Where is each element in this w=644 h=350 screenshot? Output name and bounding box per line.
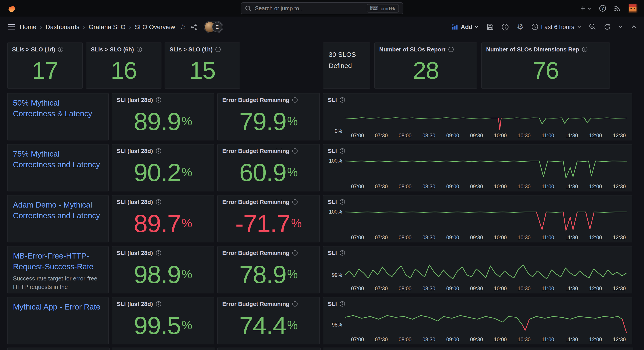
svg-text:12:30: 12:30 (613, 132, 626, 138)
menu-toggle-button[interactable] (7, 24, 15, 30)
svg-text:11:30: 11:30 (566, 234, 578, 240)
next-row-panel-partial (7, 348, 110, 350)
breadcrumb-separator: › (80, 23, 88, 30)
keyboard-icon: ⌨ (370, 5, 378, 12)
dashboard-insights-button[interactable] (502, 23, 509, 31)
slo-link[interactable]: 50% Mythical Correctness & Latency (8, 94, 108, 119)
stat-panel-slis-slo-1d: SLIs > SLO (1d) 17 (7, 42, 83, 88)
breadcrumb-dashboards[interactable]: Dashboards (46, 23, 80, 30)
stat-panel-slis-slo-6h: SLIs > SLO (6h) 16 (86, 42, 162, 88)
slo-description: Success rate target for error-free HTTP … (8, 272, 108, 292)
refresh-button[interactable] (604, 23, 611, 30)
svg-text:10:30: 10:30 (518, 132, 531, 138)
stat-panel-slos-report: Number of SLOs Report 28 (374, 42, 477, 88)
svg-text:11:00: 11:00 (542, 336, 554, 342)
svg-text:08:00: 08:00 (399, 184, 412, 190)
svg-text:10:00: 10:00 (494, 184, 507, 190)
svg-text:09:30: 09:30 (470, 132, 483, 138)
slo-name-panel: Mythical App - Error Rate (7, 297, 109, 344)
breadcrumb-separator: › (36, 23, 46, 30)
search-icon (245, 5, 251, 12)
time-range-picker[interactable]: Last 6 hours (531, 23, 582, 30)
share-button[interactable] (190, 23, 198, 30)
help-button[interactable]: ? (599, 4, 606, 12)
panel-title: SLI (328, 96, 337, 103)
news-rss-button[interactable] (614, 5, 621, 12)
svg-text:12:30: 12:30 (613, 336, 626, 342)
shortcut-badge: ⌨ cmd+k (366, 4, 399, 12)
zoom-out-time-button[interactable] (589, 23, 596, 30)
svg-text:09:00: 09:00 (446, 286, 459, 292)
svg-text:09:30: 09:30 (470, 234, 483, 240)
sli-timeseries[interactable]: 100%07:0007:3008:0008:3009:0009:3010:001… (325, 207, 630, 241)
svg-text:11:30: 11:30 (566, 336, 578, 342)
svg-text:07:30: 07:30 (375, 286, 388, 292)
toolbar-right-cluster: Add ⚙ (451, 23, 637, 31)
svg-text:12:00: 12:00 (589, 234, 602, 240)
error-budget-panel: Error Budget Remaining 78.9% (217, 246, 320, 294)
svg-text:08:00: 08:00 (399, 234, 412, 240)
sli-timeseries[interactable]: 98%07:0007:3008:0008:3009:0009:3010:0010… (325, 309, 630, 343)
info-icon[interactable] (340, 97, 345, 103)
refresh-interval-dropdown[interactable] (618, 24, 623, 29)
grafana-logo[interactable] (6, 3, 16, 14)
breadcrumb-grafana-slo[interactable]: Grafana SLO (88, 23, 126, 30)
slo-name-panel: 50% Mythical Correctness & Latency (7, 93, 109, 140)
breadcrumb-home[interactable]: Home (20, 23, 36, 30)
save-dashboard-button[interactable] (487, 23, 494, 30)
collapse-toolbar-button[interactable] (630, 24, 637, 30)
budget-value: -71.7% (218, 196, 319, 242)
sli-value: 90.2% (112, 144, 214, 191)
svg-text:?: ? (602, 6, 604, 10)
svg-text:12:30: 12:30 (613, 286, 626, 292)
search-input[interactable]: Search or jump to... ⌨ cmd+k (240, 2, 404, 14)
add-panel-button[interactable]: Add (451, 23, 479, 30)
svg-text:07:00: 07:00 (351, 132, 364, 138)
svg-text:08:30: 08:30 (422, 336, 435, 342)
dashboard-canvas: SLIs > SLO (1d) 17 SLIs > SLO (6h) 16 SL… (0, 37, 644, 350)
svg-text:09:00: 09:00 (446, 234, 459, 240)
clock-icon (531, 23, 538, 30)
svg-text:10:00: 10:00 (494, 234, 507, 240)
info-icon[interactable] (340, 199, 345, 205)
svg-text:07:00: 07:00 (351, 336, 364, 342)
sli-stat-panel: SLI (last 28d) 90.2% (112, 144, 214, 192)
slo-link[interactable]: Adam Demo - Mythical Correctness and Lat… (8, 196, 108, 221)
error-budget-panel: Error Budget Remaining 79.9% (217, 93, 320, 140)
sli-timeseries[interactable]: 0%07:0007:3008:0008:3009:0009:3010:0010:… (325, 105, 630, 139)
svg-text:09:30: 09:30 (470, 336, 483, 342)
svg-text:0%: 0% (335, 128, 342, 134)
svg-text:07:00: 07:00 (351, 286, 364, 292)
sli-chart-panel: SLI 98%07:0007:3008:0008:3009:0009:3010:… (323, 297, 632, 344)
svg-text:07:00: 07:00 (351, 234, 364, 240)
next-row-panel-partial (112, 348, 215, 350)
user-avatar[interactable] (628, 3, 638, 13)
stat-panel-slis-slo-1h: SLIs > SLO (1h) 15 (164, 42, 240, 88)
svg-text:10:30: 10:30 (518, 286, 531, 292)
slo-link[interactable]: 75% Mythical Correctness and Latency (8, 144, 108, 170)
panel-title: SLI (328, 300, 337, 307)
new-menu-button[interactable] (580, 5, 592, 12)
search-placeholder: Search or jump to... (255, 5, 304, 12)
sli-timeseries[interactable]: 100%07:0007:3008:0008:3009:0009:3010:001… (325, 156, 630, 190)
svg-text:10:30: 10:30 (518, 234, 531, 240)
info-icon[interactable] (340, 148, 345, 154)
text-line: 30 SLOS (329, 49, 364, 60)
sli-stat-panel: SLI (last 28d) 98.9% (112, 246, 214, 294)
svg-text:11:30: 11:30 (566, 286, 578, 292)
add-chart-icon (451, 23, 458, 30)
slo-name-panel: Adam Demo - Mythical Correctness and Lat… (7, 195, 109, 242)
dashboard-user-group[interactable]: E (204, 21, 223, 33)
dashboard-settings-button[interactable]: ⚙ (517, 23, 524, 31)
sli-value: 89.7% (112, 196, 214, 242)
info-icon[interactable] (340, 301, 345, 307)
info-icon[interactable] (340, 250, 345, 256)
favorite-star-button[interactable]: ☆ (180, 23, 186, 30)
budget-value: 79.9% (218, 94, 319, 140)
error-budget-panel: Error Budget Remaining -71.7% (217, 195, 320, 242)
sli-value: 89.9% (112, 94, 214, 140)
slo-link[interactable]: Mythical App - Error Rate (8, 298, 108, 312)
svg-text:08:30: 08:30 (422, 184, 435, 190)
sli-timeseries[interactable]: 99%07:0007:3008:0008:3009:0009:3010:0010… (325, 258, 630, 292)
slo-link[interactable]: MB-Error-Free-HTTP-Request-Success-Rate (8, 246, 108, 272)
